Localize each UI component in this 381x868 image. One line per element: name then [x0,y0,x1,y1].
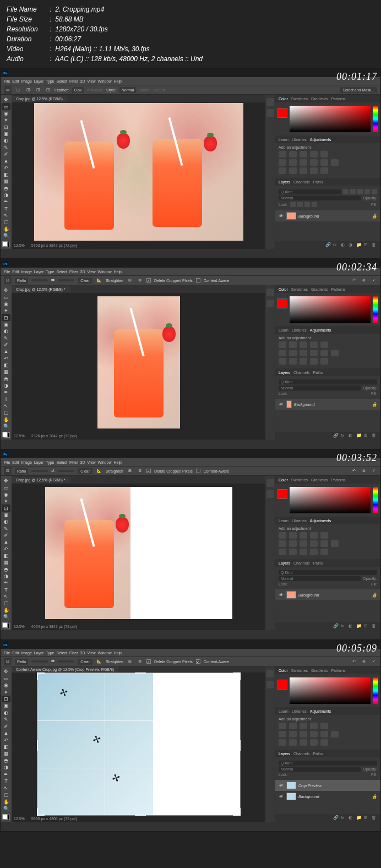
blend-mode-dropdown[interactable]: Normal [279,576,361,581]
menu-layer[interactable]: Layer [34,460,44,464]
visibility-toggle-icon[interactable]: 👁 [279,593,284,598]
foreground-color-icon[interactable] [277,680,287,690]
selection-intersect-icon[interactable]: ◫ [45,86,51,93]
posterize-adjust-icon[interactable] [289,167,297,174]
selection-sub-icon[interactable]: ◫ [35,86,41,93]
adjustments-tab[interactable]: Adjustments [310,328,331,332]
link-layers-icon[interactable]: 🔗 [325,242,331,248]
brightness-adjust-icon[interactable] [279,151,286,158]
adjust-icon[interactable] [320,723,328,729]
content-aware-checkbox[interactable] [196,469,200,473]
crop-handle-icon[interactable] [233,672,241,680]
link-layers-icon[interactable]: 🔗 [333,815,339,821]
lasso-tool-icon[interactable]: ◉ [2,491,10,498]
type-tool-icon[interactable]: T [2,205,10,212]
adjust-icon[interactable] [279,358,286,365]
menu-image[interactable]: Image [21,651,31,655]
menu-view[interactable]: View [88,651,96,655]
delete-layer-icon[interactable]: 🗑 [372,242,377,248]
zoom-tool-icon[interactable]: 🔍 [2,614,10,620]
adjust-icon[interactable] [310,350,318,356]
gradients-tab[interactable]: Gradients [311,669,328,672]
adjust-icon[interactable] [320,350,328,356]
channels-tab[interactable]: Channels [293,371,310,375]
menu-filter[interactable]: Filter [69,651,78,655]
hand-tool-icon[interactable]: ✋ [2,226,10,232]
stamp-tool-icon[interactable]: ▲ [2,539,10,545]
link-layers-icon[interactable]: 🔗 [333,623,339,629]
marquee-tool-icon[interactable]: ▭ [2,294,10,300]
crop-handle-icon[interactable] [233,808,241,816]
zoom-level[interactable]: 12.5% [14,625,25,628]
menu-help[interactable]: Help [113,79,121,83]
marquee-tool-icon[interactable]: ▭ [4,86,12,94]
adjust-icon[interactable] [289,731,297,737]
adjust-icon[interactable] [279,739,286,746]
libraries-tab[interactable]: Libraries [292,519,307,523]
clear-button[interactable]: Clear [78,278,92,284]
fx-icon[interactable]: fx [333,242,339,248]
layers-tab[interactable]: Layers [279,561,290,565]
layer-kind-dropdown[interactable]: Q Kind [279,761,377,766]
libraries-tab[interactable]: Libraries [292,328,307,332]
width-input[interactable] [31,279,48,281]
marquee-tool-icon[interactable]: ▭ [2,484,10,491]
lock-img-icon[interactable] [297,202,303,207]
adjust-icon[interactable] [300,532,307,539]
healing-tool-icon[interactable]: ✎ [2,334,10,341]
ratio-dropdown[interactable]: Ratio [15,659,28,665]
healing-tool-icon[interactable]: ✎ [2,144,10,150]
document-tab[interactable]: Crop.jpg @ 12.5% (RGB/8) * [12,477,70,483]
shape-tool-icon[interactable]: ▢ [2,600,10,606]
menu-edit[interactable]: Edit [12,460,19,464]
patterns-tab[interactable]: Patterns [331,287,345,291]
zoom-level[interactable]: 12.5% [14,434,25,438]
lasso-tool-icon[interactable]: ◉ [2,682,10,688]
layer-item[interactable]: 👁Background🔒 [275,589,380,600]
settings-icon[interactable]: ⚙ [137,277,143,284]
color-swatch[interactable] [2,814,10,820]
patterns-tab[interactable]: Patterns [331,478,345,482]
zoom-level[interactable]: 12.5% [14,243,25,247]
menu-help[interactable]: Help [113,651,121,655]
adjust-icon[interactable] [289,358,297,365]
dodge-tool-icon[interactable]: ◑ [2,382,10,389]
paths-tab[interactable]: Paths [313,180,323,184]
swatches-tab[interactable]: Swatches [291,287,308,291]
cancel-icon[interactable]: ⊘ [361,658,367,665]
curves-adjust-icon[interactable] [300,151,307,158]
content-aware-checkbox[interactable] [196,659,200,664]
wand-tool-icon[interactable]: ✦ [2,307,10,314]
adjust-icon[interactable] [279,341,286,348]
visibility-toggle-icon[interactable]: 👁 [279,402,284,407]
hand-tool-icon[interactable]: ✋ [2,607,10,614]
patterns-tab[interactable]: Patterns [331,97,345,101]
blend-mode-dropdown[interactable]: Normal [279,767,361,772]
eyedropper-tool-icon[interactable]: ◐ [2,137,10,144]
shape-tool-icon[interactable]: ▢ [2,219,10,225]
panel-button-icon[interactable] [266,670,274,677]
eyedropper-tool-icon[interactable]: ◐ [2,709,10,716]
menu-layer[interactable]: Layer [34,270,44,274]
layer-thumbnail-icon[interactable] [286,591,296,599]
layer-thumbnail-icon[interactable] [286,400,292,408]
crop-tool-icon[interactable]: ⊡ [2,696,10,702]
menu-window[interactable]: Window [98,651,112,655]
adjust-icon[interactable] [310,731,318,737]
brush-tool-icon[interactable]: ✐ [2,723,10,730]
menu-3d[interactable]: 3D [80,79,85,83]
layer-kind-dropdown[interactable]: Q Kind [279,189,341,194]
path-select-icon[interactable]: ↖ [2,784,10,791]
adjust-icon[interactable] [310,358,318,365]
adjust-icon[interactable] [310,739,318,746]
zoom-level[interactable]: 12.5% [14,817,25,821]
adjust-icon[interactable] [310,532,318,539]
adjust-icon[interactable] [320,358,328,365]
lasso-tool-icon[interactable]: ◉ [2,301,10,307]
menu-window[interactable]: Window [98,460,112,464]
fx-icon[interactable]: fx [341,433,346,438]
crop-handle-icon[interactable] [37,740,45,751]
adjust-icon[interactable] [320,540,328,547]
color-tab[interactable]: Color [279,478,288,482]
width-input[interactable] [31,470,48,472]
